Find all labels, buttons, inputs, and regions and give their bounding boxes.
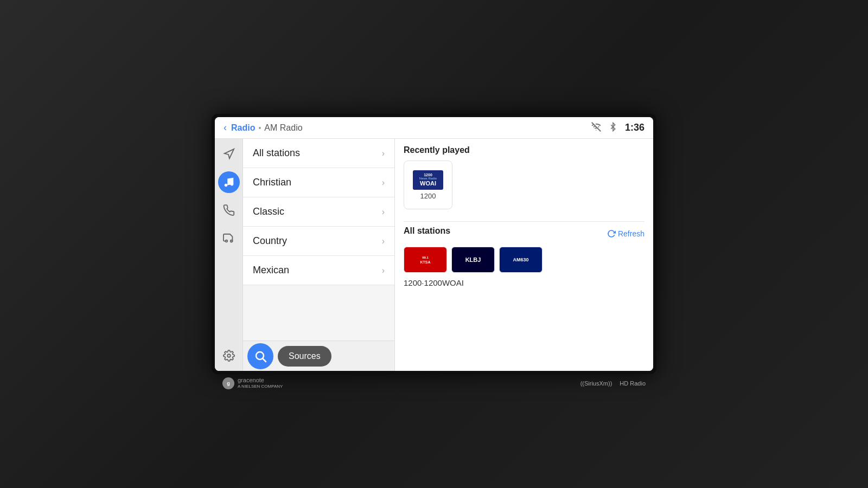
svg-point-5: [225, 240, 227, 242]
woai-logo-bottom: WOAI: [420, 180, 436, 187]
gracenote-text: gracenote A NIELSEN COMPANY: [238, 377, 283, 389]
main-content: All stations › Christian › Classic: [215, 139, 653, 371]
current-station-label: 1200·1200WOAI: [404, 278, 644, 287]
back-button[interactable]: ‹: [224, 122, 227, 133]
recently-played-title: Recently played: [404, 145, 644, 155]
refresh-button[interactable]: Refresh: [607, 229, 644, 238]
sidebar-icon-navigation[interactable]: [218, 143, 240, 165]
left-bottom-bar: Sources: [243, 341, 394, 371]
sources-button[interactable]: Sources: [278, 346, 331, 367]
station-logo-am630[interactable]: AM630: [499, 247, 542, 273]
woai-logo-top: 1200: [424, 173, 432, 177]
gracenote-circle: g: [222, 377, 234, 389]
no-signal-icon: [591, 122, 601, 134]
menu-item-arrow: ›: [382, 178, 385, 188]
top-bar-left: ‹ Radio • AM Radio: [224, 122, 303, 133]
recently-played-section: Recently played 1200 News Radio WOAI 120…: [404, 145, 644, 209]
svg-point-4: [230, 183, 233, 186]
siriusxm-logo: ((SiriusXm)): [580, 380, 612, 387]
svg-marker-2: [224, 149, 233, 158]
screen-bezel: ‹ Radio • AM Radio: [212, 114, 656, 374]
station-logo-klbj[interactable]: KLBJ: [451, 247, 495, 273]
breadcrumb: Radio • AM Radio: [231, 123, 303, 133]
menu-item-arrow: ›: [382, 207, 385, 217]
all-stations-title: All stations: [404, 226, 450, 236]
menu-item-arrow: ›: [382, 266, 385, 275]
breadcrumb-sub: AM Radio: [264, 123, 302, 133]
footer-bar: g gracenote A NIELSEN COMPANY ((SiriusXm…: [212, 377, 656, 389]
search-button[interactable]: [247, 343, 273, 369]
menu-item-label: Classic: [253, 206, 284, 217]
menu-item-label: Christian: [253, 177, 291, 188]
woai-logo: 1200 News Radio WOAI: [413, 170, 443, 190]
station-logo-ktsa[interactable]: 99.1KTSA: [404, 247, 447, 273]
sidebar-icon-settings[interactable]: [218, 345, 240, 367]
menu-item-country[interactable]: Country ›: [243, 227, 394, 256]
station-number: 1200: [420, 192, 436, 200]
top-bar-right: 1:36: [591, 122, 644, 134]
hd-radio-logo: HD Radio: [620, 380, 646, 387]
sidebar: [215, 139, 243, 371]
car-frame: ‹ Radio • AM Radio: [0, 0, 868, 488]
svg-point-1: [596, 130, 597, 131]
menu-item-arrow: ›: [382, 149, 385, 158]
right-panel: Recently played 1200 News Radio WOAI 120…: [395, 139, 653, 371]
divider: [404, 221, 644, 222]
breadcrumb-radio[interactable]: Radio: [231, 123, 255, 133]
left-panel: All stations › Christian › Classic: [243, 139, 395, 371]
menu-item-arrow: ›: [382, 236, 385, 246]
sidebar-icon-music[interactable]: [218, 171, 240, 193]
station-logos-row: 99.1KTSA KLBJ AM630: [404, 247, 644, 273]
menu-list: All stations › Christian › Classic: [243, 139, 394, 341]
svg-point-7: [227, 354, 231, 357]
menu-item-christian[interactable]: Christian ›: [243, 168, 394, 197]
refresh-label: Refresh: [618, 229, 644, 238]
screen: ‹ Radio • AM Radio: [215, 117, 653, 371]
breadcrumb-separator: •: [258, 124, 261, 132]
menu-item-classic[interactable]: Classic ›: [243, 197, 394, 227]
top-bar: ‹ Radio • AM Radio: [215, 117, 653, 139]
right-footer-logos: ((SiriusXm)) HD Radio: [580, 380, 646, 387]
all-stations-header: All stations Refresh: [404, 226, 644, 241]
menu-item-label: All stations: [253, 147, 300, 159]
menu-item-all-stations[interactable]: All stations ›: [243, 139, 394, 168]
menu-item-mexican[interactable]: Mexican ›: [243, 256, 394, 285]
recent-station-card[interactable]: 1200 News Radio WOAI 1200: [404, 160, 452, 209]
menu-item-label: Country: [253, 235, 287, 247]
all-stations-section: All stations Refresh: [404, 226, 644, 287]
svg-line-9: [263, 358, 266, 362]
svg-point-3: [224, 184, 227, 187]
menu-item-label: Mexican: [253, 265, 289, 276]
svg-point-6: [230, 240, 232, 242]
sources-label: Sources: [289, 351, 321, 361]
gracenote-logo: g gracenote A NIELSEN COMPANY: [222, 377, 283, 389]
bluetooth-icon: [609, 122, 617, 134]
sidebar-icon-car[interactable]: [218, 228, 240, 249]
clock-display: 1:36: [625, 122, 644, 133]
sidebar-icon-phone[interactable]: [218, 200, 240, 221]
